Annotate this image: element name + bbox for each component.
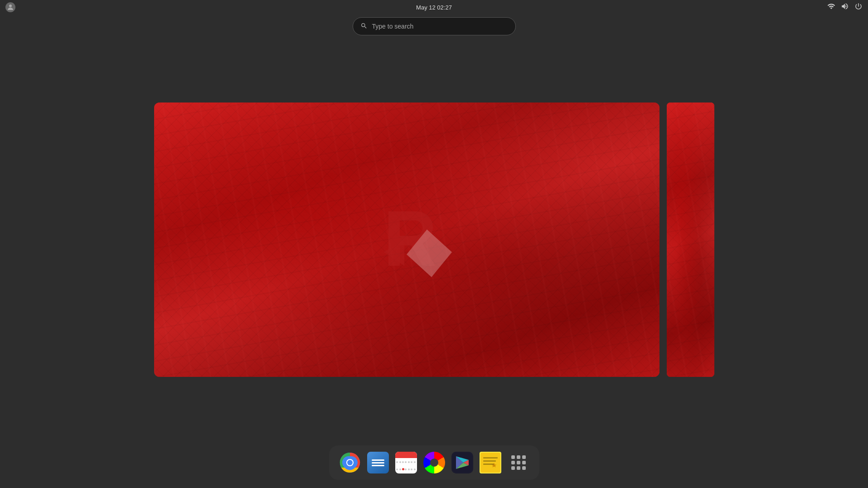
play-icon (451, 452, 473, 473)
dock-item-chromium[interactable] (337, 450, 363, 475)
system-tray (827, 2, 863, 12)
workspace (0, 41, 868, 438)
top-bar: May 12 02:27 (0, 0, 868, 15)
search-placeholder-text: Type to search (372, 23, 414, 30)
search-container: Type to search (353, 17, 516, 35)
cal-dot (408, 461, 410, 463)
cal-dot-active (402, 468, 404, 470)
grid-dot (522, 455, 526, 459)
dock-item-calendar[interactable] (393, 450, 419, 475)
cal-dot (396, 461, 398, 463)
chromium-icon (339, 452, 361, 473)
radiant-logo (361, 193, 452, 284)
svg-point-4 (347, 460, 353, 465)
primary-window-bg (154, 102, 659, 377)
svg-rect-6 (480, 453, 500, 473)
top-bar-left (5, 2, 15, 12)
files-line-3 (372, 465, 384, 466)
network-icon[interactable] (827, 2, 835, 12)
calendar-icon (395, 452, 417, 473)
play-store-svg (452, 453, 472, 473)
cal-dot (414, 461, 416, 463)
calendar-body (395, 458, 417, 473)
logo-container (361, 193, 452, 286)
cal-dot (399, 468, 401, 470)
datetime-display: May 12 02:27 (416, 4, 452, 11)
cal-dot (408, 468, 410, 470)
grid-dot (522, 466, 526, 470)
calendar-header (395, 452, 417, 458)
cal-dot (399, 461, 401, 463)
dock-item-appgrid[interactable] (506, 450, 531, 475)
svg-point-0 (9, 5, 12, 7)
svg-rect-8 (483, 460, 496, 462)
cal-dot (405, 468, 407, 470)
grid-dot (517, 455, 520, 459)
power-icon[interactable] (854, 2, 863, 12)
prism-icon (423, 452, 445, 473)
files-line-1 (372, 459, 384, 461)
volume-icon[interactable] (841, 2, 849, 12)
cal-dot (414, 468, 416, 470)
dock-item-appstore[interactable] (450, 450, 475, 475)
grid-dot (517, 466, 520, 470)
grid-dot (522, 461, 526, 464)
search-bar[interactable]: Type to search (353, 17, 516, 35)
secondary-window-bg (667, 102, 714, 377)
cal-dot (405, 461, 407, 463)
dock (329, 445, 539, 480)
files-icon (367, 452, 389, 473)
cal-dot (411, 461, 412, 463)
grid-dot (511, 461, 515, 464)
svg-rect-7 (483, 457, 498, 459)
notes-icon (480, 452, 501, 473)
dock-item-colorpicker[interactable] (422, 450, 447, 475)
avatar[interactable] (5, 2, 15, 12)
cal-dot (396, 468, 398, 470)
dock-item-files[interactable] (365, 450, 391, 475)
cal-dot (411, 468, 412, 470)
grid-dot (511, 455, 515, 459)
secondary-window[interactable] (667, 102, 714, 377)
notes-svg (480, 453, 500, 473)
files-line-2 (372, 462, 384, 464)
grid-dot (511, 466, 515, 470)
dock-item-notes[interactable] (478, 450, 503, 475)
grid-dot (517, 461, 520, 464)
cal-dot (402, 461, 404, 463)
primary-window[interactable] (154, 102, 659, 377)
grid-icon (508, 452, 529, 473)
search-icon (360, 22, 368, 31)
